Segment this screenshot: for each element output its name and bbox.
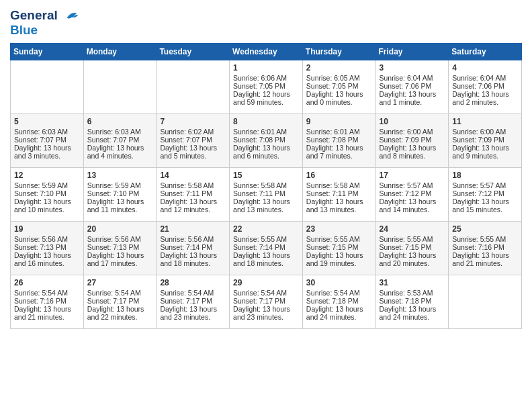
day-number: 6 — [87, 117, 153, 126]
sunset-text: Sunset: 7:11 PM — [306, 189, 372, 197]
day-number: 29 — [233, 278, 299, 287]
calendar-cell: 16Sunrise: 5:58 AMSunset: 7:11 PMDayligh… — [302, 168, 375, 222]
day-number: 20 — [87, 224, 153, 234]
day-number: 3 — [380, 63, 445, 73]
daylight-text: Daylight: 13 hours and 18 minutes. — [160, 251, 226, 267]
logo-bird-icon — [62, 7, 81, 26]
day-number: 17 — [380, 171, 445, 180]
calendar-cell: 27Sunrise: 5:54 AMSunset: 7:17 PMDayligh… — [83, 275, 157, 329]
day-number: 2 — [306, 63, 372, 73]
sunrise-text: Sunrise: 5:56 AM — [87, 235, 153, 243]
calendar-cell — [157, 60, 230, 114]
sunrise-text: Sunrise: 6:00 AM — [380, 128, 445, 136]
sunrise-text: Sunrise: 6:02 AM — [160, 128, 226, 136]
sunset-text: Sunset: 7:08 PM — [233, 136, 299, 144]
calendar-cell: 12Sunrise: 5:59 AMSunset: 7:10 PMDayligh… — [11, 168, 84, 222]
calendar-cell — [83, 60, 157, 114]
day-number: 18 — [452, 171, 518, 180]
day-number: 7 — [160, 117, 226, 126]
sunset-text: Sunset: 7:09 PM — [380, 136, 445, 144]
daylight-text: Daylight: 13 hours and 4 minutes. — [87, 144, 153, 160]
calendar-cell: 20Sunrise: 5:56 AMSunset: 7:13 PMDayligh… — [83, 222, 157, 275]
sunset-text: Sunset: 7:17 PM — [233, 297, 299, 305]
calendar-cell: 22Sunrise: 5:55 AMSunset: 7:14 PMDayligh… — [230, 222, 303, 275]
calendar-cell: 28Sunrise: 5:54 AMSunset: 7:17 PMDayligh… — [157, 275, 230, 329]
sunrise-text: Sunrise: 5:57 AM — [380, 181, 445, 189]
sunset-text: Sunset: 7:09 PM — [452, 136, 518, 144]
sunset-text: Sunset: 7:18 PM — [306, 297, 372, 305]
sunrise-text: Sunrise: 6:04 AM — [380, 74, 445, 82]
daylight-text: Daylight: 13 hours and 5 minutes. — [160, 144, 226, 160]
day-number: 19 — [14, 224, 80, 234]
sunrise-text: Sunrise: 6:06 AM — [233, 74, 299, 82]
day-number: 31 — [380, 278, 445, 287]
calendar-cell: 30Sunrise: 5:54 AMSunset: 7:18 PMDayligh… — [302, 275, 375, 329]
sunset-text: Sunset: 7:06 PM — [380, 82, 445, 90]
calendar-cell: 9Sunrise: 6:01 AMSunset: 7:08 PMDaylight… — [302, 114, 375, 168]
weekday-header-wednesday: Wednesday — [230, 44, 303, 60]
sunrise-text: Sunrise: 5:55 AM — [233, 235, 299, 243]
calendar-cell: 24Sunrise: 5:55 AMSunset: 7:15 PMDayligh… — [375, 222, 449, 275]
daylight-text: Daylight: 13 hours and 2 minutes. — [452, 90, 518, 106]
sunrise-text: Sunrise: 5:56 AM — [14, 235, 80, 243]
calendar-cell: 6Sunrise: 6:03 AMSunset: 7:07 PMDaylight… — [83, 114, 157, 168]
sunrise-text: Sunrise: 5:58 AM — [233, 181, 299, 189]
daylight-text: Daylight: 13 hours and 13 minutes. — [306, 197, 372, 214]
weekday-header-tuesday: Tuesday — [157, 44, 230, 60]
day-number: 13 — [87, 171, 153, 180]
daylight-text: Daylight: 13 hours and 16 minutes. — [14, 251, 80, 267]
sunrise-text: Sunrise: 5:55 AM — [380, 235, 445, 243]
calendar-cell: 25Sunrise: 5:55 AMSunset: 7:16 PMDayligh… — [449, 222, 522, 275]
daylight-text: Daylight: 13 hours and 1 minute. — [380, 90, 445, 106]
sunrise-text: Sunrise: 6:05 AM — [306, 74, 372, 82]
sunrise-text: Sunrise: 5:54 AM — [14, 289, 80, 297]
sunset-text: Sunset: 7:14 PM — [160, 243, 226, 251]
daylight-text: Daylight: 13 hours and 8 minutes. — [380, 144, 445, 160]
daylight-text: Daylight: 13 hours and 6 minutes. — [233, 144, 299, 160]
daylight-text: Daylight: 13 hours and 21 minutes. — [14, 305, 80, 321]
sunrise-text: Sunrise: 6:04 AM — [452, 74, 518, 82]
daylight-text: Daylight: 13 hours and 15 minutes. — [452, 197, 518, 214]
daylight-text: Daylight: 13 hours and 24 minutes. — [306, 305, 372, 321]
weekday-header-thursday: Thursday — [302, 44, 375, 60]
sunrise-text: Sunrise: 6:03 AM — [87, 128, 153, 136]
calendar-cell: 21Sunrise: 5:56 AMSunset: 7:14 PMDayligh… — [157, 222, 230, 275]
sunset-text: Sunset: 7:12 PM — [380, 189, 445, 197]
sunrise-text: Sunrise: 5:58 AM — [160, 181, 226, 189]
sunset-text: Sunset: 7:12 PM — [452, 189, 518, 197]
sunset-text: Sunset: 7:17 PM — [87, 297, 153, 305]
day-number: 12 — [14, 171, 80, 180]
sunset-text: Sunset: 7:15 PM — [380, 243, 445, 251]
day-number: 14 — [160, 171, 226, 180]
calendar-cell: 14Sunrise: 5:58 AMSunset: 7:11 PMDayligh… — [157, 168, 230, 222]
daylight-text: Daylight: 13 hours and 20 minutes. — [380, 251, 445, 267]
day-number: 25 — [452, 224, 518, 234]
weekday-header-friday: Friday — [375, 44, 449, 60]
weekday-header-sunday: Sunday — [11, 44, 84, 60]
daylight-text: Daylight: 13 hours and 12 minutes. — [160, 197, 226, 214]
sunset-text: Sunset: 7:15 PM — [306, 243, 372, 251]
calendar-cell: 2Sunrise: 6:05 AMSunset: 7:05 PMDaylight… — [302, 60, 375, 114]
calendar-cell: 19Sunrise: 5:56 AMSunset: 7:13 PMDayligh… — [11, 222, 84, 275]
sunset-text: Sunset: 7:17 PM — [160, 297, 226, 305]
sunrise-text: Sunrise: 5:57 AM — [452, 181, 518, 189]
day-number: 10 — [380, 117, 445, 126]
calendar-cell: 13Sunrise: 5:59 AMSunset: 7:10 PMDayligh… — [83, 168, 157, 222]
calendar-cell: 11Sunrise: 6:00 AMSunset: 7:09 PMDayligh… — [449, 114, 522, 168]
day-number: 15 — [233, 171, 299, 180]
day-number: 9 — [306, 117, 372, 126]
sunrise-text: Sunrise: 6:01 AM — [306, 128, 372, 136]
day-number: 4 — [452, 63, 518, 73]
calendar-cell — [449, 275, 522, 329]
calendar-cell: 5Sunrise: 6:03 AMSunset: 7:07 PMDaylight… — [11, 114, 84, 168]
sunrise-text: Sunrise: 5:55 AM — [452, 235, 518, 243]
sunrise-text: Sunrise: 5:53 AM — [380, 289, 445, 297]
sunset-text: Sunset: 7:13 PM — [87, 243, 153, 251]
calendar-cell: 7Sunrise: 6:02 AMSunset: 7:07 PMDaylight… — [157, 114, 230, 168]
logo: General Blue — [10, 7, 81, 38]
daylight-text: Daylight: 13 hours and 9 minutes. — [452, 144, 518, 160]
calendar-cell: 29Sunrise: 5:54 AMSunset: 7:17 PMDayligh… — [230, 275, 303, 329]
calendar-cell: 10Sunrise: 6:00 AMSunset: 7:09 PMDayligh… — [375, 114, 449, 168]
sunset-text: Sunset: 7:14 PM — [233, 243, 299, 251]
daylight-text: Daylight: 13 hours and 7 minutes. — [306, 144, 372, 160]
